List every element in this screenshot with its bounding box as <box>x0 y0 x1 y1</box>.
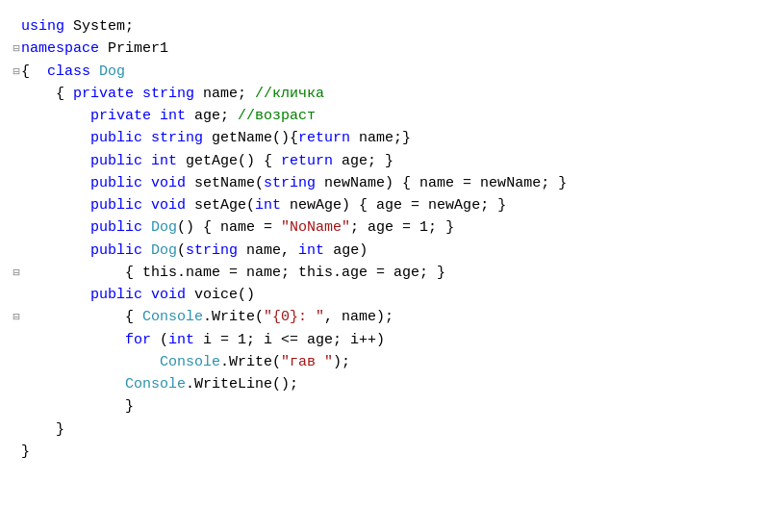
code-token: void <box>151 194 186 216</box>
code-token: string <box>151 127 203 149</box>
code-line: for (int i = 1; i <= age; i++) <box>12 329 749 351</box>
code-token: .WriteLine(); <box>186 373 298 395</box>
code-content: using System;⊟namespace Primer1⊟{ class … <box>0 8 761 470</box>
code-line: public int getAge() { return age; } <box>12 150 749 172</box>
code-token <box>142 216 151 239</box>
code-token: public <box>90 172 142 194</box>
code-token: age) <box>324 240 368 262</box>
code-token: { this.name = name; this.age = age; } <box>125 262 445 284</box>
code-token: //кличка <box>255 83 324 105</box>
line-indent <box>21 262 125 284</box>
code-token: "гав " <box>281 351 333 373</box>
code-token: { <box>56 83 73 105</box>
code-token <box>142 172 151 194</box>
code-line: public void setName(string newName) { na… <box>12 172 749 194</box>
code-token: string <box>142 83 194 105</box>
line-indent <box>21 105 90 127</box>
code-token: ( <box>151 329 168 351</box>
line-indent <box>21 83 56 105</box>
line-indent <box>21 373 125 395</box>
line-marker <box>12 445 21 461</box>
code-token <box>134 83 142 105</box>
code-token: using <box>21 15 64 38</box>
line-marker: ⊟ <box>12 265 21 283</box>
code-token: { <box>125 306 142 328</box>
code-token: } <box>21 441 30 463</box>
line-marker <box>12 244 21 260</box>
code-token: string <box>264 172 316 194</box>
line-indent <box>21 284 90 306</box>
line-indent <box>21 127 90 149</box>
code-line: public void setAge(int newAge) { age = n… <box>12 194 749 216</box>
code-token: i = 1; i <= age; i++) <box>194 329 385 351</box>
code-token: "{0}: " <box>264 306 324 328</box>
code-token <box>142 127 151 149</box>
code-token: int <box>168 329 194 351</box>
line-indent <box>21 194 90 216</box>
code-editor: using System;⊟namespace Primer1⊟{ class … <box>0 0 761 532</box>
line-marker <box>12 20 21 36</box>
code-token: .Write( <box>203 306 264 328</box>
code-line: { private string name; //кличка <box>12 83 749 105</box>
code-token: } <box>56 418 64 441</box>
code-token: public <box>90 194 142 216</box>
code-token: setName( <box>186 172 264 194</box>
line-marker: ⊟ <box>12 309 21 327</box>
code-line: ⊟{ class Dog <box>12 61 749 83</box>
code-token: Dog <box>151 240 177 262</box>
code-token <box>142 284 151 306</box>
code-token: void <box>151 284 186 306</box>
code-token: int <box>151 150 177 172</box>
code-line: } <box>12 395 749 418</box>
code-token: //возраст <box>238 105 316 127</box>
line-marker <box>12 177 21 192</box>
code-token: getAge() { <box>177 150 281 172</box>
code-line: Console.Write("гав "); <box>12 351 749 373</box>
code-line: } <box>12 441 749 463</box>
code-token: public <box>90 150 142 172</box>
code-token <box>90 61 99 83</box>
line-indent <box>21 172 90 194</box>
code-token <box>30 61 47 83</box>
code-token: Console <box>160 351 220 373</box>
code-token: voice() <box>186 284 255 306</box>
code-token: () { name = <box>177 216 281 239</box>
code-token: string <box>186 240 238 262</box>
line-indent <box>21 351 160 373</box>
code-line: public string getName(){return name;} <box>12 127 749 149</box>
code-token: .Write( <box>220 351 281 373</box>
line-marker <box>12 221 21 237</box>
code-token: public <box>90 240 142 262</box>
code-token <box>142 240 151 262</box>
code-token: setAge( <box>186 194 255 216</box>
code-line: public Dog() { name = "NoName"; age = 1;… <box>12 216 749 239</box>
code-token: , name); <box>324 306 393 328</box>
code-token: return <box>298 127 350 149</box>
line-indent <box>21 329 125 351</box>
line-marker <box>12 110 21 125</box>
code-token: void <box>151 172 186 194</box>
code-token: } <box>125 395 134 418</box>
line-marker <box>12 289 21 304</box>
code-line: public void voice() <box>12 284 749 306</box>
code-token: int <box>160 105 186 127</box>
line-indent <box>21 150 90 172</box>
code-token: name, <box>238 240 298 262</box>
code-token: name;} <box>350 127 411 149</box>
line-marker <box>12 400 21 416</box>
code-line: ⊟ { this.name = name; this.age = age; } <box>12 262 749 284</box>
line-marker: ⊟ <box>12 63 21 82</box>
code-token: public <box>90 127 142 149</box>
code-token: return <box>281 150 333 172</box>
code-token <box>142 150 151 172</box>
code-token: Console <box>142 306 203 328</box>
code-token: age; } <box>333 150 393 172</box>
code-token: private <box>73 83 134 105</box>
code-token: namespace <box>21 38 99 60</box>
line-indent <box>21 395 125 418</box>
line-marker: ⊟ <box>12 40 21 59</box>
code-token <box>142 194 151 216</box>
code-line: private int age; //возраст <box>12 105 749 127</box>
code-token: "NoName" <box>281 216 350 239</box>
code-line: public Dog(string name, int age) <box>12 240 749 262</box>
